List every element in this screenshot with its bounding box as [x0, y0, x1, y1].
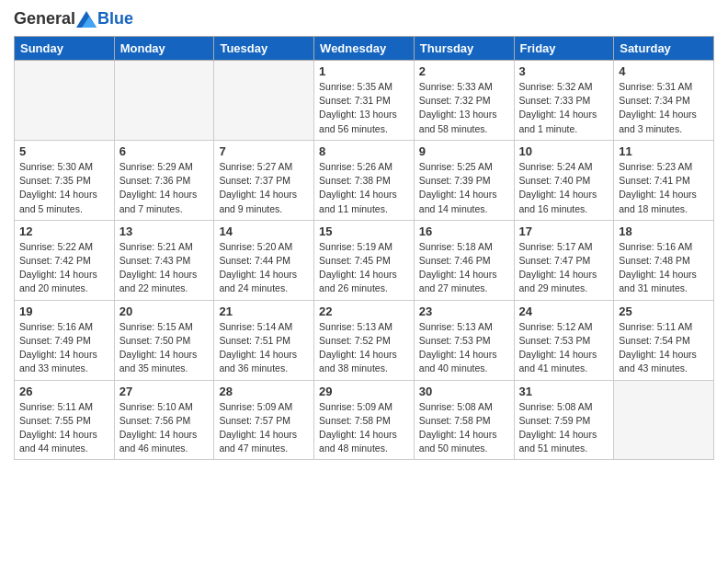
daylight-text: Daylight: 14 hours and 5 minutes. — [19, 189, 97, 213]
day-number: 5 — [19, 144, 109, 158]
calendar-cell: 3Sunrise: 5:32 AMSunset: 7:33 PMDaylight… — [514, 61, 614, 141]
day-number: 27 — [119, 385, 210, 398]
calendar-cell: 24Sunrise: 5:12 AMSunset: 7:53 PMDayligh… — [514, 300, 614, 380]
cell-info: Sunrise: 5:16 AMSunset: 7:49 PMDaylight:… — [19, 320, 109, 376]
calendar-cell — [15, 61, 115, 141]
sunset-text: Sunset: 7:32 PM — [419, 95, 491, 106]
weekday-header-sunday: Sunday — [15, 37, 115, 61]
weekday-header-saturday: Saturday — [614, 37, 714, 61]
sunset-text: Sunset: 7:40 PM — [519, 175, 591, 186]
sunset-text: Sunset: 7:33 PM — [519, 95, 591, 106]
day-number: 25 — [619, 304, 709, 318]
daylight-text: Daylight: 14 hours and 16 minutes. — [519, 189, 597, 213]
cell-info: Sunrise: 5:17 AMSunset: 7:47 PMDaylight:… — [519, 240, 609, 296]
sunset-text: Sunset: 7:35 PM — [19, 175, 91, 186]
daylight-text: Daylight: 14 hours and 20 minutes. — [19, 269, 97, 293]
calendar-cell: 12Sunrise: 5:22 AMSunset: 7:42 PMDayligh… — [15, 220, 115, 300]
cell-info: Sunrise: 5:08 AMSunset: 7:58 PMDaylight:… — [419, 400, 509, 456]
calendar-cell: 5Sunrise: 5:30 AMSunset: 7:35 PMDaylight… — [15, 140, 115, 220]
daylight-text: Daylight: 14 hours and 11 minutes. — [319, 189, 397, 213]
sunrise-text: Sunrise: 5:26 AM — [319, 161, 392, 172]
calendar-week-row: 5Sunrise: 5:30 AMSunset: 7:35 PMDaylight… — [15, 140, 714, 220]
cell-info: Sunrise: 5:24 AMSunset: 7:40 PMDaylight:… — [519, 160, 609, 216]
sunset-text: Sunset: 7:31 PM — [319, 95, 391, 106]
cell-info: Sunrise: 5:19 AMSunset: 7:45 PMDaylight:… — [319, 240, 409, 296]
cell-info: Sunrise: 5:11 AMSunset: 7:55 PMDaylight:… — [19, 400, 109, 456]
day-number: 13 — [119, 224, 210, 238]
calendar-week-row: 19Sunrise: 5:16 AMSunset: 7:49 PMDayligh… — [15, 300, 714, 380]
cell-info: Sunrise: 5:11 AMSunset: 7:54 PMDaylight:… — [619, 320, 709, 376]
sunset-text: Sunset: 7:36 PM — [119, 175, 191, 186]
day-number: 30 — [419, 385, 509, 398]
calendar-week-row: 1Sunrise: 5:35 AMSunset: 7:31 PMDaylight… — [15, 61, 714, 141]
sunset-text: Sunset: 7:37 PM — [219, 175, 290, 186]
day-number: 8 — [319, 144, 409, 158]
daylight-text: Daylight: 14 hours and 31 minutes. — [619, 269, 697, 293]
calendar-cell — [214, 61, 314, 141]
sunrise-text: Sunrise: 5:19 AM — [319, 241, 392, 252]
cell-info: Sunrise: 5:31 AMSunset: 7:34 PMDaylight:… — [619, 80, 709, 136]
sunset-text: Sunset: 7:50 PM — [119, 335, 191, 346]
sunrise-text: Sunrise: 5:21 AM — [119, 241, 193, 252]
calendar-cell: 14Sunrise: 5:20 AMSunset: 7:44 PMDayligh… — [214, 220, 314, 300]
sunset-text: Sunset: 7:44 PM — [219, 255, 290, 266]
sunrise-text: Sunrise: 5:13 AM — [319, 321, 392, 332]
sunrise-text: Sunrise: 5:09 AM — [219, 401, 292, 412]
calendar-cell: 7Sunrise: 5:27 AMSunset: 7:37 PMDaylight… — [214, 140, 314, 220]
sunrise-text: Sunrise: 5:20 AM — [219, 241, 292, 252]
calendar-cell: 26Sunrise: 5:11 AMSunset: 7:55 PMDayligh… — [15, 380, 115, 460]
calendar-cell: 15Sunrise: 5:19 AMSunset: 7:45 PMDayligh… — [314, 220, 415, 300]
weekday-header-monday: Monday — [114, 37, 214, 61]
daylight-text: Daylight: 14 hours and 35 minutes. — [119, 349, 198, 373]
day-number: 29 — [319, 385, 409, 398]
cell-info: Sunrise: 5:27 AMSunset: 7:37 PMDaylight:… — [219, 160, 309, 216]
sunrise-text: Sunrise: 5:27 AM — [219, 161, 292, 172]
sunrise-text: Sunrise: 5:23 AM — [619, 161, 692, 172]
day-number: 21 — [219, 304, 309, 318]
day-number: 28 — [219, 385, 309, 398]
sunset-text: Sunset: 7:59 PM — [519, 415, 591, 426]
sunset-text: Sunset: 7:41 PM — [619, 175, 690, 186]
sunrise-text: Sunrise: 5:10 AM — [119, 401, 193, 412]
daylight-text: Daylight: 13 hours and 56 minutes. — [319, 109, 397, 133]
day-number: 12 — [19, 224, 109, 238]
calendar-cell: 29Sunrise: 5:09 AMSunset: 7:58 PMDayligh… — [314, 380, 415, 460]
cell-info: Sunrise: 5:08 AMSunset: 7:59 PMDaylight:… — [519, 400, 609, 456]
cell-info: Sunrise: 5:12 AMSunset: 7:53 PMDaylight:… — [519, 320, 609, 376]
calendar-cell: 2Sunrise: 5:33 AMSunset: 7:32 PMDaylight… — [414, 61, 514, 141]
sunset-text: Sunset: 7:52 PM — [319, 335, 391, 346]
calendar-cell: 23Sunrise: 5:13 AMSunset: 7:53 PMDayligh… — [414, 300, 514, 380]
sunset-text: Sunset: 7:58 PM — [319, 415, 391, 426]
daylight-text: Daylight: 14 hours and 48 minutes. — [319, 429, 397, 454]
day-number: 18 — [619, 224, 709, 238]
cell-info: Sunrise: 5:15 AMSunset: 7:50 PMDaylight:… — [119, 320, 210, 376]
calendar-cell: 1Sunrise: 5:35 AMSunset: 7:31 PMDaylight… — [314, 61, 415, 141]
sunset-text: Sunset: 7:47 PM — [519, 255, 591, 266]
cell-info: Sunrise: 5:09 AMSunset: 7:57 PMDaylight:… — [219, 400, 309, 456]
logo-text-general: General — [14, 9, 75, 29]
calendar-cell: 17Sunrise: 5:17 AMSunset: 7:47 PMDayligh… — [514, 220, 614, 300]
day-number: 2 — [419, 64, 509, 78]
day-number: 10 — [519, 144, 609, 158]
sunrise-text: Sunrise: 5:14 AM — [219, 321, 292, 332]
daylight-text: Daylight: 14 hours and 29 minutes. — [519, 269, 597, 293]
daylight-text: Daylight: 14 hours and 50 minutes. — [419, 429, 497, 454]
calendar-cell: 30Sunrise: 5:08 AMSunset: 7:58 PMDayligh… — [414, 380, 514, 460]
sunset-text: Sunset: 7:48 PM — [619, 255, 690, 266]
cell-info: Sunrise: 5:29 AMSunset: 7:36 PMDaylight:… — [119, 160, 210, 216]
calendar-cell: 8Sunrise: 5:26 AMSunset: 7:38 PMDaylight… — [314, 140, 415, 220]
daylight-text: Daylight: 14 hours and 22 minutes. — [119, 269, 198, 293]
calendar-cell: 27Sunrise: 5:10 AMSunset: 7:56 PMDayligh… — [114, 380, 214, 460]
sunset-text: Sunset: 7:57 PM — [219, 415, 290, 426]
weekday-header-tuesday: Tuesday — [214, 37, 314, 61]
cell-info: Sunrise: 5:16 AMSunset: 7:48 PMDaylight:… — [619, 240, 709, 296]
sunset-text: Sunset: 7:58 PM — [419, 415, 491, 426]
daylight-text: Daylight: 14 hours and 7 minutes. — [119, 189, 198, 213]
sunrise-text: Sunrise: 5:35 AM — [319, 81, 392, 92]
day-number: 15 — [319, 224, 409, 238]
cell-info: Sunrise: 5:33 AMSunset: 7:32 PMDaylight:… — [419, 80, 509, 136]
day-number: 24 — [519, 304, 609, 318]
day-number: 20 — [119, 304, 210, 318]
calendar-cell: 21Sunrise: 5:14 AMSunset: 7:51 PMDayligh… — [214, 300, 314, 380]
sunrise-text: Sunrise: 5:08 AM — [419, 401, 493, 412]
